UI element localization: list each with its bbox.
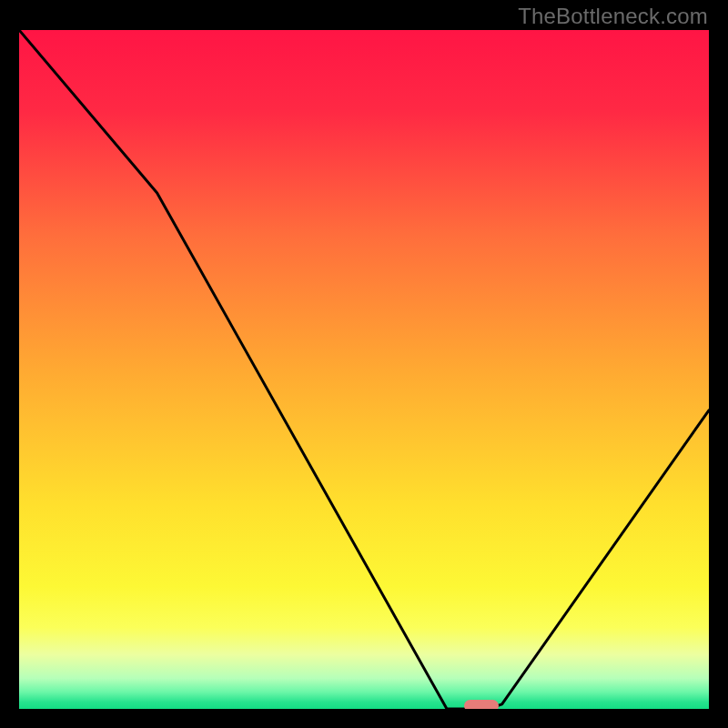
watermark-text: TheBottleneck.com (518, 4, 708, 29)
chart-frame (19, 30, 709, 709)
plot-area (19, 30, 709, 709)
bottleneck-curve (19, 30, 709, 709)
optimal-marker (464, 700, 499, 709)
